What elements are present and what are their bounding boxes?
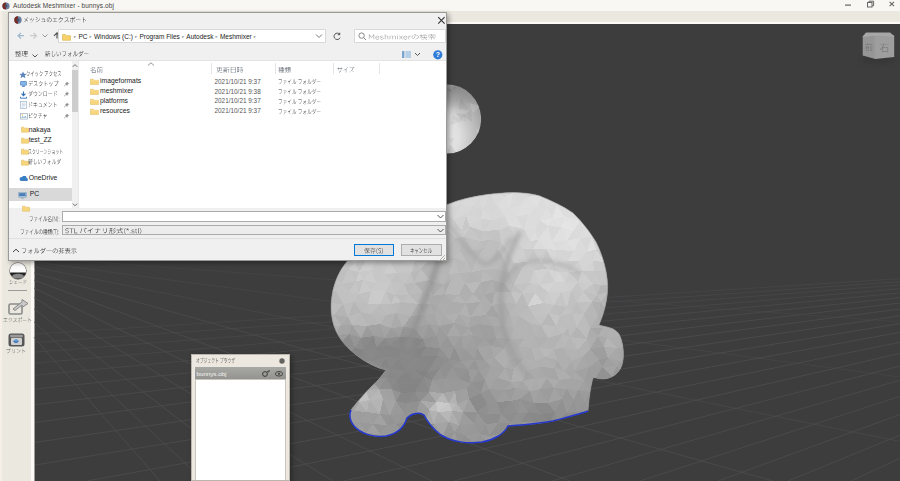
svg-text:?: ? <box>436 51 440 58</box>
